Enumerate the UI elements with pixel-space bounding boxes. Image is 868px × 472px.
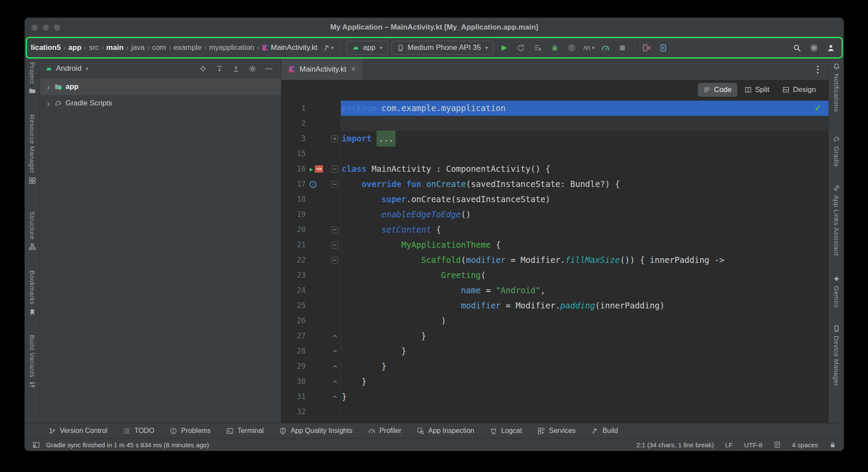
tool-window-button-app-quality-insights[interactable]: App Quality Insights [279, 427, 352, 435]
override-gutter-icon[interactable]: ↑ [310, 181, 317, 188]
tree-node-gradle-scripts[interactable]: ›Gradle Scripts [40, 95, 281, 111]
fold-marker[interactable]: − [329, 226, 340, 233]
fold-marker[interactable]: − [329, 257, 340, 264]
fold-minus-icon[interactable]: − [331, 226, 338, 233]
debug-button[interactable] [548, 41, 562, 55]
tool-window-button-terminal[interactable]: Terminal [226, 427, 264, 435]
breadcrumb-lication5[interactable]: lication5 [31, 43, 61, 52]
encoding-widget[interactable]: UTF-8 [744, 441, 762, 449]
code-line-23[interactable]: 23 Greeting( [281, 268, 828, 283]
write-access-widget[interactable] [829, 442, 836, 448]
run-configuration-selector[interactable]: app ▾ [347, 41, 387, 55]
fold-marker[interactable]: − [329, 181, 340, 188]
code-line-29[interactable]: 29 } [281, 359, 828, 374]
fold-minus-icon[interactable]: − [331, 181, 338, 188]
tool-window-button-profiler[interactable]: Profiler [368, 427, 402, 435]
tree-node-app[interactable]: ›app [40, 79, 281, 95]
attach-debugger-button[interactable] [565, 41, 579, 55]
running-devices-button[interactable] [640, 41, 653, 55]
view-split-button[interactable]: Split [739, 83, 775, 97]
code-line-21[interactable]: 21− MyApplicationTheme { [281, 237, 828, 252]
code-line-25[interactable]: 25 modifier = Modifier.padding(innerPadd… [281, 298, 828, 313]
fold-marker[interactable] [329, 333, 340, 339]
tool-window-button-build[interactable]: Build [591, 427, 618, 435]
fold-marker[interactable]: − [329, 166, 340, 173]
tool-window-button-gemini[interactable]: Gemini [833, 275, 840, 308]
breadcrumb-src[interactable]: src [89, 43, 99, 52]
code-line-22[interactable]: 22− Scaffold(modifier = Modifier.fillMax… [281, 252, 828, 268]
line-separator-widget[interactable]: LF [725, 441, 733, 449]
fold-minus-icon[interactable]: − [331, 166, 338, 173]
settings-button[interactable] [807, 41, 821, 55]
apply-code-changes-button[interactable] [531, 41, 545, 55]
apply-changes-button[interactable] [514, 41, 528, 55]
code-line-27[interactable]: 27 } [281, 328, 828, 344]
expand-all-button[interactable] [214, 63, 224, 74]
fold-marker[interactable] [329, 393, 340, 400]
editor-options-button[interactable]: ⋮ [813, 64, 822, 75]
tool-window-button-problems[interactable]: Problems [170, 427, 211, 435]
code-style-widget[interactable] [774, 441, 781, 448]
tool-window-button-build-variants[interactable]: Build Variants [29, 335, 36, 388]
code-line-2[interactable]: 2 [281, 116, 828, 131]
fold-end-icon[interactable] [332, 363, 338, 370]
code-line-16[interactable]: 16▶<>−class MainActivity : ComponentActi… [281, 161, 828, 177]
fold-marker[interactable] [329, 378, 340, 385]
tool-window-button-app-inspection[interactable]: App Inspection [417, 427, 474, 435]
tool-window-button-device-manager[interactable]: Device Manager [833, 325, 840, 386]
breadcrumb-mainactivity-kt[interactable]: MainActivity.kt [262, 43, 317, 52]
profiler-button[interactable] [599, 41, 613, 55]
view-code-button[interactable]: Code [698, 83, 737, 97]
tool-window-button-gradle[interactable]: Gradle [833, 135, 840, 167]
tool-window-button-resource-manager[interactable]: Resource Manager [29, 115, 36, 184]
tool-window-button-version-control[interactable]: Version Control [49, 427, 107, 435]
code-line-24[interactable]: 24 name = "Android", [281, 283, 828, 298]
run-gutter-icon[interactable]: ▶ [310, 166, 313, 172]
profile-avatar-button[interactable] [824, 41, 838, 55]
stop-button[interactable] [616, 41, 630, 55]
fold-end-icon[interactable] [332, 333, 338, 339]
fold-marker[interactable] [329, 348, 340, 354]
compose-gutter-icon[interactable]: <> [315, 165, 323, 173]
locate-file-button[interactable] [198, 63, 208, 74]
caret-position-widget[interactable]: 2:1 (34 chars, 1 line break) [637, 441, 714, 449]
code-line-15[interactable]: 15 [281, 146, 828, 161]
tool-window-button-todo[interactable]: TODO [123, 427, 154, 435]
tool-window-button-logcat[interactable]: Logcat [490, 427, 522, 435]
fold-marker[interactable]: − [329, 242, 340, 249]
tool-window-button-bookmarks[interactable]: Bookmarks [29, 270, 36, 316]
code-line-17[interactable]: 17↑− override fun onCreate(savedInstance… [281, 177, 828, 192]
code-line-1[interactable]: 1package com.example.myapplication [281, 101, 828, 116]
project-view-selector[interactable]: Android [56, 64, 82, 73]
close-window-button[interactable] [31, 24, 38, 31]
fold-marker[interactable] [329, 363, 340, 370]
code-line-26[interactable]: 26 ) [281, 313, 828, 328]
breadcrumb-main[interactable]: main [106, 43, 124, 52]
tab-mainactivity[interactable]: MainActivity.kt × [281, 59, 363, 80]
close-tab-button[interactable]: × [351, 65, 356, 74]
panel-options-button[interactable] [247, 63, 257, 74]
breadcrumb-example[interactable]: example [174, 43, 201, 52]
breadcrumb-com[interactable]: com [152, 43, 166, 52]
fold-end-icon[interactable] [332, 348, 338, 354]
inspections-widget[interactable]: ✓ [814, 103, 822, 113]
tool-window-button-app-links-assistant[interactable]: App Links Assistant [833, 184, 840, 256]
code-line-28[interactable]: 28 } [281, 344, 828, 359]
code-line-19[interactable]: 19 enableEdgeToEdge() [281, 207, 828, 222]
run-button[interactable] [497, 41, 511, 55]
code-line-30[interactable]: 30 } [281, 374, 828, 389]
zoom-window-button[interactable] [54, 24, 60, 31]
code-line-3[interactable]: 3+import ... [281, 131, 828, 146]
hide-panel-button[interactable]: — [264, 63, 274, 74]
breadcrumb-myapplication[interactable]: myapplication [209, 43, 254, 52]
minimize-window-button[interactable] [43, 24, 49, 31]
tool-window-button-structure[interactable]: Structure [29, 211, 36, 250]
tool-window-button-services[interactable]: Services [538, 427, 575, 435]
build-menu-button[interactable]: ▾ [321, 41, 335, 55]
code-line-20[interactable]: 20− setContent { [281, 222, 828, 237]
fold-end-icon[interactable] [332, 393, 338, 400]
view-design-button[interactable]: Design [777, 83, 822, 97]
tool-window-button-project[interactable]: Project [29, 62, 36, 95]
fold-marker[interactable]: + [329, 135, 340, 142]
code-line-18[interactable]: 18 super.onCreate(savedInstanceState) [281, 192, 828, 207]
